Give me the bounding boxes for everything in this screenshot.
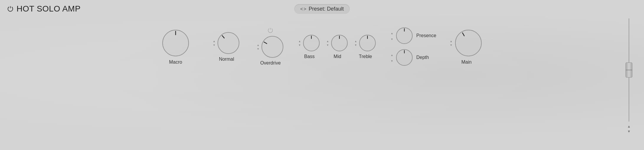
knob-group-bass: Bass — [298, 34, 321, 59]
knob-depth[interactable] — [395, 48, 413, 67]
knob-group-mid: Mid — [326, 34, 349, 59]
preset-bar[interactable]: < > Preset: Default — [294, 4, 350, 14]
overdrive-power-icon[interactable] — [267, 27, 273, 33]
bass-arrows[interactable] — [298, 39, 301, 47]
knob-normal-label: Normal — [219, 57, 234, 62]
knob-group-overdrive: Overdrive — [257, 27, 284, 66]
knob-group-treble: Treble — [354, 34, 377, 59]
knob-mid[interactable] — [330, 34, 349, 52]
normal-arrows[interactable] — [213, 39, 215, 47]
knob-group-macro: Macro — [161, 28, 190, 65]
power-title-group: HOT SOLO AMP — [7, 4, 81, 14]
knob-overdrive[interactable] — [261, 35, 284, 59]
knob-presence[interactable] — [395, 27, 413, 45]
fader-track[interactable] — [625, 17, 633, 123]
knobs-area: Macro Normal — [0, 21, 644, 72]
knob-group-normal: Normal — [213, 31, 240, 62]
treble-arrows[interactable] — [354, 39, 357, 47]
presence-arrows[interactable] — [391, 30, 393, 41]
knob-group-main: Main — [450, 28, 483, 65]
knob-group-presence: Presence — [391, 27, 437, 45]
knob-main[interactable] — [454, 28, 483, 58]
svg-point-25 — [455, 30, 481, 56]
main-arrows[interactable] — [450, 39, 452, 47]
knob-treble[interactable] — [358, 34, 377, 52]
overdrive-arrows[interactable] — [257, 43, 259, 50]
fader-up-arrow[interactable]: ▲ — [627, 124, 631, 128]
knob-treble-label: Treble — [359, 54, 372, 59]
fader-arrows[interactable]: ▲ ▼ — [627, 124, 631, 133]
knob-group-depth: Depth — [391, 48, 429, 67]
preset-next-icon[interactable]: > — [303, 6, 306, 12]
knob-depth-label: Depth — [416, 55, 429, 60]
knob-mid-label: Mid — [334, 54, 341, 59]
knob-macro[interactable] — [161, 28, 190, 58]
knob-bass[interactable] — [302, 34, 321, 52]
knob-main-label: Main — [461, 60, 472, 65]
svg-point-7 — [262, 36, 283, 57]
preset-prev-icon[interactable]: < — [300, 6, 303, 12]
preset-chevrons: < > — [300, 6, 306, 12]
power-icon[interactable] — [7, 6, 14, 12]
fader-container[interactable]: ▲ ▼ — [625, 17, 633, 133]
mid-arrows[interactable] — [326, 39, 329, 47]
fader-down-arrow[interactable]: ▼ — [627, 129, 631, 133]
preset-label: Preset: Default — [309, 6, 344, 12]
svg-point-4 — [218, 32, 239, 54]
knob-normal[interactable] — [217, 31, 240, 55]
knob-bass-label: Bass — [304, 54, 315, 59]
depth-arrows[interactable] — [391, 52, 393, 63]
knob-macro-label: Macro — [169, 60, 182, 65]
knob-presence-label: Presence — [416, 33, 437, 38]
knob-overdrive-label: Overdrive — [260, 60, 281, 66]
app-title: HOT SOLO AMP — [17, 4, 81, 14]
